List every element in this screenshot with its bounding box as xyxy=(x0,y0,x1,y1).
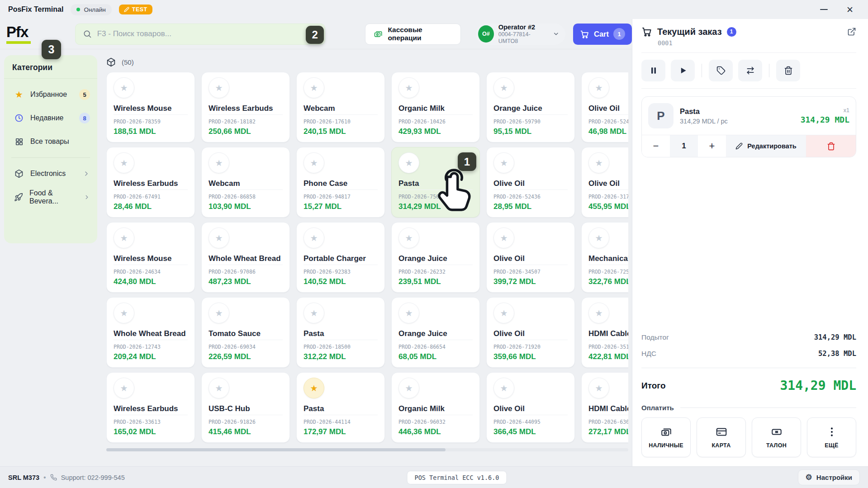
favorite-star-button[interactable]: ★ xyxy=(209,378,229,398)
favorite-star-button[interactable]: ★ xyxy=(493,77,514,98)
favorite-star-button[interactable]: ★ xyxy=(209,227,229,248)
external-link-icon[interactable] xyxy=(847,27,856,36)
product-card[interactable]: ★ Olive Oil PROD-2026-31770 455,95 MDL xyxy=(581,147,628,218)
settings-button[interactable]: ⚙ Настройки xyxy=(798,469,860,485)
clear-order-button[interactable] xyxy=(776,60,800,81)
product-price: 226,59 MDL xyxy=(209,352,283,361)
delete-item-button[interactable] xyxy=(806,135,856,157)
product-card[interactable]: ★ Olive Oil PROD-2026-52436 28,95 MDL xyxy=(486,147,575,218)
product-card[interactable]: ★ Olive Oil PROD-2026-44095 366,45 MDL xyxy=(486,372,575,443)
product-card[interactable]: ★ Orange Juice PROD-2026-26232 239,51 MD… xyxy=(391,222,480,293)
product-card[interactable]: ★ Olive Oil PROD-2026-52468 46,98 MDL xyxy=(581,72,628,142)
search-input[interactable] xyxy=(97,29,318,38)
product-name: Portable Charger xyxy=(304,254,378,263)
star-icon: ★ xyxy=(595,309,602,317)
favorite-star-button[interactable]: ★ xyxy=(493,303,514,323)
product-card[interactable]: ★ Tomato Sauce PROD-2026-69034 226,59 MD… xyxy=(201,297,290,368)
product-card[interactable]: ★ Olive Oil PROD-2026-71920 359,66 MDL xyxy=(486,297,575,368)
scrollbar-thumb[interactable] xyxy=(106,448,446,451)
minimize-button[interactable] xyxy=(818,4,829,15)
product-card[interactable]: ★ Olive Oil PROD-2026-34507 399,72 MDL xyxy=(486,222,575,293)
favorite-star-button[interactable]: ★ xyxy=(114,152,134,173)
gear-icon: ⚙ xyxy=(806,474,812,481)
favorite-star-button[interactable]: ★ xyxy=(304,77,324,98)
favorite-star-button[interactable]: ★ xyxy=(493,378,514,398)
product-card[interactable]: ★ Whole Wheat Bread PROD-2026-97086 487,… xyxy=(201,222,290,293)
favorite-star-button[interactable]: ★ xyxy=(114,77,134,98)
pay-more-button[interactable]: ЕЩЁ xyxy=(807,417,856,457)
product-card[interactable]: ★ Wireless Mouse PROD-2026-24634 424,80 … xyxy=(106,222,195,293)
favorite-star-button[interactable]: ★ xyxy=(588,303,609,323)
product-card[interactable]: ★ Whole Wheat Bread PROD-2026-12743 209,… xyxy=(106,297,195,368)
product-card[interactable]: ★ Webcam PROD-2026-86858 103,90 MDL xyxy=(201,147,290,218)
favorite-star-button[interactable]: ★ xyxy=(304,152,324,173)
product-card[interactable]: ★ Wireless Earbuds PROD-2026-67491 28,46… xyxy=(106,147,195,218)
product-card[interactable]: ★ Pasta PROD-2026-75001 314,29 MDL 1 xyxy=(391,147,480,218)
trash-icon xyxy=(827,142,835,151)
sidebar-item-electronics[interactable]: Electronics xyxy=(4,162,97,185)
sidebar-item-favorites[interactable]: ★ Избранное 5 xyxy=(4,83,97,106)
product-card[interactable]: ★ HDMI Cable PROD-2026-35120 422,81 MDL xyxy=(581,297,628,368)
product-card[interactable]: ★ Wireless Mouse PROD-2026-78359 188,51 … xyxy=(106,72,195,142)
product-card[interactable]: ★ Orange Juice PROD-2026-86654 68,05 MDL xyxy=(391,297,480,368)
favorite-star-button[interactable]: ★ xyxy=(588,227,609,248)
favorite-star-button[interactable]: ★ xyxy=(398,227,419,248)
product-card[interactable]: ★ Wireless Earbuds PROD-2026-33613 165,0… xyxy=(106,372,195,443)
close-button[interactable]: ✕ xyxy=(844,4,855,15)
item-controls: − 1 + Редактировать xyxy=(642,135,856,157)
product-card[interactable]: ★ Portable Charger PROD-2026-92383 140,5… xyxy=(296,222,385,293)
product-card[interactable]: ★ HDMI Cable PROD-2026-63011 272,17 MDL xyxy=(581,372,628,443)
product-card[interactable]: ★ USB-C Hub PROD-2026-91826 415,46 MDL xyxy=(201,372,290,443)
cart-icon xyxy=(580,29,589,39)
product-card[interactable]: ★ Orange Juice PROD-2026-59790 95,15 MDL xyxy=(486,72,575,142)
favorite-star-button[interactable]: ★ xyxy=(209,77,229,98)
favorite-star-button[interactable]: ★ xyxy=(114,303,134,323)
horizontal-scrollbar[interactable] xyxy=(106,448,628,451)
discount-tag-button[interactable] xyxy=(709,60,733,81)
qty-decrease-button[interactable]: − xyxy=(642,135,670,157)
favorite-star-button[interactable]: ★ xyxy=(398,77,419,98)
cart-button[interactable]: Cart 1 xyxy=(573,24,632,45)
switch-order-button[interactable] xyxy=(738,60,762,81)
favorite-star-button[interactable]: ★ xyxy=(398,303,419,323)
pay-voucher-button[interactable]: ТАЛОН xyxy=(752,417,801,457)
pay-card-button[interactable]: КАРТА xyxy=(697,417,746,457)
favorite-star-button[interactable]: ★ xyxy=(398,152,419,173)
product-card[interactable]: ★ Wireless Earbuds PROD-2026-18182 250,6… xyxy=(201,72,290,142)
product-card[interactable]: ★ Mechanical Ke... PROD-2026-72589 322,7… xyxy=(581,222,628,293)
product-card[interactable]: ★ Webcam PROD-2026-17610 240,15 MDL xyxy=(296,72,385,142)
sidebar-item-all-products[interactable]: Все товары xyxy=(4,130,97,153)
favorite-star-button[interactable]: ★ xyxy=(493,227,514,248)
sidebar-item-label: Electronics xyxy=(30,170,66,178)
operator-dropdown[interactable]: O# Operator #2 0004-77814-UMTO8 xyxy=(476,24,565,45)
favorite-star-button[interactable]: ★ xyxy=(209,303,229,323)
product-name: HDMI Cable xyxy=(588,329,628,338)
sidebar-item-food-beverages[interactable]: Food & Bevera... xyxy=(4,185,97,209)
favorite-star-button[interactable]: ★ xyxy=(588,378,609,398)
favorite-star-button[interactable]: ★ xyxy=(304,303,324,323)
favorite-star-button[interactable]: ★ xyxy=(114,227,134,248)
sidebar-item-recent[interactable]: Недавние 8 xyxy=(4,106,97,130)
favorite-star-button[interactable]: ★ xyxy=(304,227,324,248)
favorite-star-button[interactable]: ★ xyxy=(588,152,609,173)
favorite-star-button[interactable]: ★ xyxy=(209,152,229,173)
product-card[interactable]: ★ Organic Milk PROD-2026-10426 429,93 MD… xyxy=(391,72,480,142)
favorite-star-button[interactable]: ★ xyxy=(114,378,134,398)
product-card-footer: PROD-2026-71920 359,66 MDL xyxy=(493,340,568,361)
edit-item-button[interactable]: Редактировать xyxy=(726,135,806,157)
product-card[interactable]: ★ Phone Case PROD-2026-94817 15,27 MDL xyxy=(296,147,385,218)
favorite-star-button[interactable]: ★ xyxy=(398,378,419,398)
favorite-star-button[interactable]: ★ xyxy=(304,378,324,398)
resume-order-button[interactable] xyxy=(671,60,695,81)
pay-cash-button[interactable]: НАЛИЧНЫЕ xyxy=(641,417,691,457)
product-name: Organic Milk xyxy=(398,404,473,413)
product-card[interactable]: ★ Pasta PROD-2026-18500 312,22 MDL xyxy=(296,297,385,368)
favorite-star-button[interactable]: ★ xyxy=(588,77,609,98)
product-card[interactable]: ★ Pasta PROD-2026-44114 172,97 MDL xyxy=(296,372,385,443)
favorite-star-button[interactable]: ★ xyxy=(493,152,514,173)
hold-order-button[interactable] xyxy=(641,60,665,81)
star-icon: ★ xyxy=(500,234,508,242)
cash-operations-button[interactable]: Кассовые операции xyxy=(365,24,461,45)
qty-increase-button[interactable]: + xyxy=(698,135,726,157)
product-card[interactable]: ★ Organic Milk PROD-2026-96032 446,36 MD… xyxy=(391,372,480,443)
